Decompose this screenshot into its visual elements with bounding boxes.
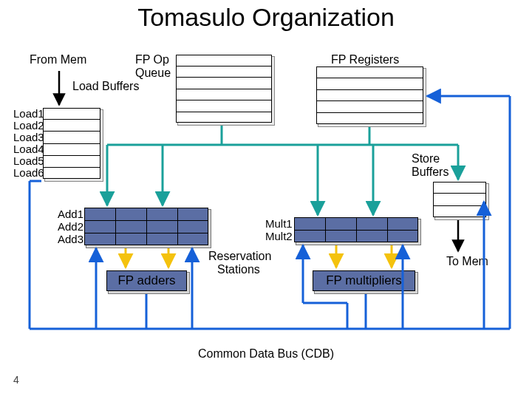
page-title: Tomasulo Organization — [0, 3, 532, 32]
load-buffers-block — [44, 109, 103, 182]
label-from-mem: From Mem — [30, 53, 86, 66]
fp-op-queue-block — [177, 56, 275, 126]
rs-add-block — [86, 209, 211, 248]
load-row-3: Load3 — [13, 131, 44, 143]
label-load-buffers: Load Buffers — [72, 80, 139, 93]
store-buffers-block — [434, 183, 489, 220]
fp-multipliers-block: FP multipliers — [314, 272, 418, 294]
add-row-2: Add2 — [58, 220, 83, 233]
add-row-1: Add1 — [58, 208, 83, 220]
load-row-5: Load5 — [13, 154, 44, 167]
label-store-buffers-1: Store — [412, 152, 440, 166]
load-row-4: Load4 — [13, 143, 44, 155]
label-fp-op: FP Op — [135, 53, 169, 66]
page-number: 4 — [13, 374, 19, 386]
label-res-stations-2: Stations — [217, 263, 260, 276]
fp-registers-block — [318, 68, 426, 127]
load-row-6: Load6 — [13, 166, 44, 179]
mult-row-2: Mult2 — [265, 230, 293, 242]
label-res-stations-1: Reservation — [208, 250, 271, 263]
label-queue: Queue — [135, 66, 171, 80]
label-store-buffers-2: Buffers — [412, 166, 449, 179]
label-fp-registers: FP Registers — [331, 53, 399, 66]
fp-adders-block: FP adders — [108, 272, 190, 294]
label-to-mem: To Mem — [446, 255, 488, 268]
load-row-2: Load2 — [13, 119, 44, 132]
rs-mult-block — [296, 219, 421, 245]
add-row-3: Add3 — [58, 233, 83, 245]
load-row-1: Load1 — [13, 107, 44, 120]
label-cdb: Common Data Bus (CDB) — [0, 347, 532, 361]
mult-row-1: Mult1 — [265, 217, 293, 230]
